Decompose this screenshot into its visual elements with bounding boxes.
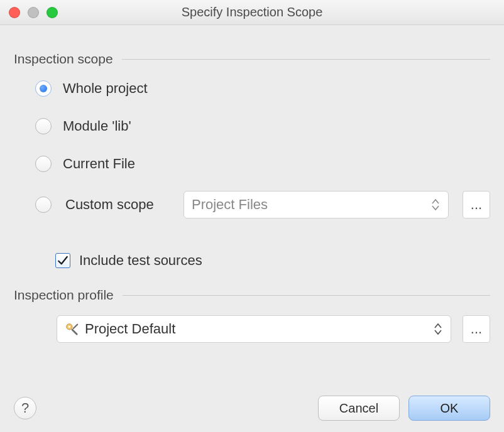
radio-label: Custom scope — [65, 197, 170, 213]
radio-icon — [35, 197, 52, 213]
dialog-footer: ? Cancel OK — [14, 396, 490, 421]
checkbox-icon — [55, 253, 70, 268]
help-button[interactable]: ? — [14, 397, 36, 419]
dropdown-stepper-icon — [433, 323, 443, 335]
minimize-window-button[interactable] — [28, 7, 39, 18]
wrench-gear-icon — [65, 322, 79, 336]
titlebar: Specify Inspection Scope — [0, 0, 504, 25]
scope-option-custom[interactable]: Custom scope Project Files ... — [35, 191, 490, 219]
zoom-window-button[interactable] — [47, 7, 58, 18]
divider — [123, 295, 490, 296]
profile-group-header: Inspection profile — [14, 288, 490, 303]
close-window-button[interactable] — [9, 7, 20, 18]
dropdown-stepper-icon — [430, 199, 441, 210]
scope-option-module[interactable]: Module 'lib' — [35, 116, 490, 137]
svg-point-1 — [68, 326, 70, 328]
scope-option-current-file[interactable]: Current File — [35, 153, 490, 175]
dropdown-value: Project Files — [192, 197, 430, 213]
radio-label: Current File — [63, 156, 135, 172]
window-title: Specify Inspection Scope — [0, 5, 504, 19]
radio-label: Module 'lib' — [63, 118, 131, 134]
profile-dropdown[interactable]: Project Default — [57, 315, 451, 343]
cancel-button[interactable]: Cancel — [318, 396, 400, 421]
radio-icon — [35, 80, 52, 97]
scope-group-header: Inspection scope — [14, 51, 490, 67]
dialog-content: Inspection scope Whole project Module 'l… — [0, 25, 504, 354]
checkbox-label: Include test sources — [79, 252, 202, 269]
profile-browse-button[interactable]: ... — [463, 315, 490, 343]
scope-option-whole[interactable]: Whole project — [35, 78, 490, 99]
radio-icon — [35, 118, 52, 134]
dropdown-value: Project Default — [65, 321, 433, 337]
radio-icon — [35, 156, 52, 172]
include-tests-option[interactable]: Include test sources — [35, 252, 490, 269]
profile-heading: Inspection profile — [14, 288, 114, 303]
divider — [122, 59, 490, 60]
radio-label: Whole project — [63, 80, 148, 97]
ok-button[interactable]: OK — [408, 396, 490, 421]
custom-scope-browse-button[interactable]: ... — [463, 191, 490, 219]
traffic-lights — [9, 7, 58, 18]
custom-scope-dropdown[interactable]: Project Files — [184, 191, 449, 219]
scope-heading: Inspection scope — [14, 51, 113, 67]
scope-radio-group: Whole project Module 'lib' Current File … — [14, 78, 490, 269]
